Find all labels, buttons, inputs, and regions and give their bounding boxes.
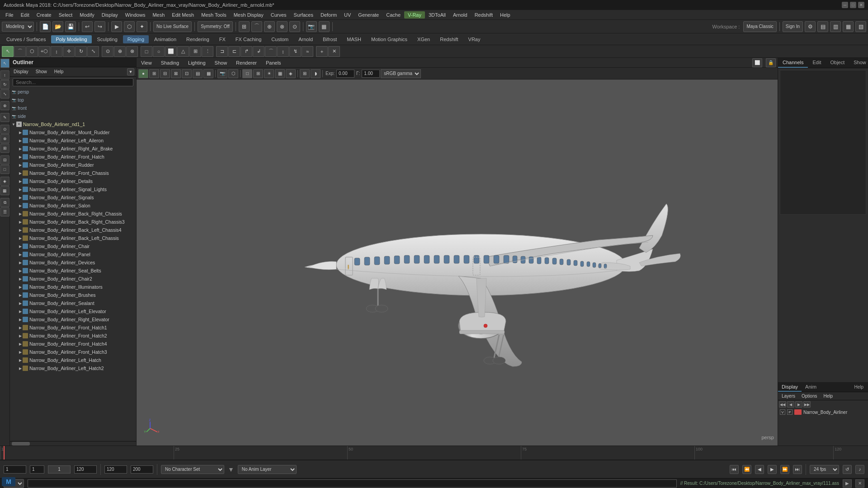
select-btn[interactable]: ▶ — [111, 21, 122, 32]
vp-grid-toggle[interactable]: ⊞ — [300, 69, 310, 78]
twist-tool[interactable]: ↯ — [289, 46, 301, 57]
outliner-item-illuminators[interactable]: ▶ Narrow_Body_Airliner_Illuminators — [10, 283, 136, 291]
layer-item-main[interactable]: V P Narrow_Body_Airliner — [778, 408, 868, 416]
render-left-tool[interactable]: ▦ — [0, 186, 9, 195]
tab-show[interactable]: Show — [849, 58, 868, 68]
squash-tool[interactable]: ↕ — [277, 46, 289, 57]
transform-tool[interactable]: ↕ — [51, 46, 62, 57]
rotate-left-tool[interactable]: ↻ — [0, 80, 9, 89]
layers-menu-options[interactable]: Options — [800, 393, 819, 399]
split-tool[interactable]: + — [316, 46, 328, 57]
outliner-hscrollbar[interactable] — [10, 441, 136, 446]
menu-edit[interactable]: Edit — [17, 11, 33, 19]
playhead[interactable] — [4, 446, 5, 460]
sphere-mode-tool[interactable]: ○ — [153, 46, 165, 57]
paint-select-tool[interactable]: ⬡ — [26, 46, 38, 57]
fps-dropdown[interactable]: 24 fps — [810, 465, 839, 474]
menu-select[interactable]: Select — [55, 11, 76, 19]
viewport-expand-btn[interactable]: ⬜ — [752, 58, 762, 67]
extra-left-tool[interactable]: ☰ — [0, 207, 9, 216]
layers-prev-btn[interactable]: ◀◀ — [779, 401, 786, 408]
outliner-item-chair[interactable]: ▶ Narrow_Body_Airliner_Chair — [10, 242, 136, 250]
outliner-item-front[interactable]: 📷 front — [10, 104, 136, 112]
viewport-menu-show[interactable]: Show — [212, 59, 230, 66]
frame-range-max-input[interactable] — [131, 465, 153, 474]
layout-icons4-btn[interactable]: ▧ — [855, 21, 866, 32]
new-scene-btn[interactable]: 📄 — [40, 21, 51, 32]
timeline[interactable]: 1 25 50 75 100 120 — [0, 446, 868, 460]
tab-arnold[interactable]: Arnold — [294, 35, 317, 43]
vp-texture-btn[interactable]: ▦ — [275, 69, 285, 78]
snap-together-tool[interactable]: ⊐ — [216, 46, 228, 57]
tab-motion-graphics[interactable]: Motion Graphics — [367, 35, 412, 43]
settings-icon-btn[interactable]: ⚙ — [805, 21, 816, 32]
menu-surfaces[interactable]: Surfaces — [290, 11, 317, 19]
menu-generate[interactable]: Generate — [354, 11, 382, 19]
vp-ortho-btn[interactable]: ⬡ — [228, 69, 238, 78]
tab-sculpting[interactable]: Sculpting — [93, 35, 122, 43]
lasso-btn[interactable]: ⬡ — [124, 21, 135, 32]
menu-create[interactable]: Create — [33, 11, 55, 19]
vp-4up-btn[interactable]: ▦ — [203, 69, 213, 78]
prism-mode-tool[interactable]: △ — [177, 46, 189, 57]
prev-keyframe-btn[interactable]: ⏪ — [742, 465, 751, 474]
menu-modify[interactable]: Modify — [76, 11, 98, 19]
script-input[interactable] — [28, 479, 677, 488]
frame-marker-bar[interactable]: 1 — [48, 465, 71, 474]
layout-icons-btn[interactable]: ▤ — [817, 21, 828, 32]
tab-anim-layers[interactable]: Anim — [802, 383, 820, 392]
outliner-item-details[interactable]: ▶ Narrow_Body_Airliner_Details — [10, 177, 136, 185]
play-back-btn[interactable]: ◀ — [755, 465, 764, 474]
no-live-surface-btn[interactable]: No Live Surface — [153, 21, 192, 32]
tab-rendering[interactable]: Rendering — [182, 35, 214, 43]
merge-tool[interactable]: ✕ — [328, 46, 340, 57]
outliner-item-signals[interactable]: ▶ Narrow_Body_Airliner_Signals — [10, 193, 136, 202]
outliner-filter-btn[interactable]: ▼ — [127, 68, 134, 75]
move-left-tool[interactable]: ↕ — [0, 70, 9, 80]
vp-wire-btn[interactable]: ⊞ — [253, 69, 263, 78]
viewport-menu-panels[interactable]: Panels — [263, 59, 284, 66]
box-mode-tool[interactable]: □ — [141, 46, 152, 57]
layout-icons2-btn[interactable]: ▥ — [830, 21, 841, 32]
exposure-input[interactable] — [336, 70, 354, 78]
vp-side-btn[interactable]: ⊡ — [182, 69, 192, 78]
script-run-btn[interactable]: ▶ — [843, 479, 852, 488]
viewport-lock-btn[interactable]: 🔒 — [766, 58, 776, 67]
menu-vray[interactable]: V-Ray — [404, 11, 425, 19]
sculpt-tool[interactable]: ⊕ — [114, 46, 126, 57]
outliner-display-menu[interactable]: Display — [12, 68, 30, 75]
outliner-item-group-main[interactable]: ▼ ✦ Narrow_Body_Airliner_nd1_1 — [10, 120, 136, 128]
tab-object[interactable]: Object — [826, 58, 849, 68]
snap-point-tool2[interactable]: ⊏ — [228, 46, 240, 57]
rotate-tool[interactable]: ↻ — [75, 46, 87, 57]
save-btn[interactable]: 💾 — [65, 21, 76, 32]
menu-curves[interactable]: Curves — [267, 11, 290, 19]
menu-mesh-tools[interactable]: Mesh Tools — [198, 11, 230, 19]
sine-tool[interactable]: ⌒ — [265, 46, 277, 57]
tab-fx-caching[interactable]: FX Caching — [231, 35, 266, 43]
tab-redshift[interactable]: Redshift — [435, 35, 462, 43]
camera-btn[interactable]: 📷 — [306, 21, 317, 32]
outliner-item-sealant[interactable]: ▶ Narrow_Body_Airliner_Sealant — [10, 299, 136, 307]
tab-edit[interactable]: Edit — [808, 58, 826, 68]
outliner-item-front-chassis[interactable]: ▶ Narrow_Body_Airliner_Front_Chassis — [10, 169, 136, 177]
menu-mesh[interactable]: Mesh — [149, 11, 168, 19]
char-set-arrow[interactable]: ▼ — [228, 466, 234, 473]
layers-next-single[interactable]: ▶ — [795, 401, 802, 408]
snap-grid-btn[interactable]: ⊞ — [239, 21, 250, 32]
maximize-button[interactable]: □ — [850, 2, 856, 8]
vp-ao-btn[interactable]: ◈ — [286, 69, 296, 78]
soft-select-tool[interactable]: ⊙ — [102, 46, 113, 57]
outliner-item-back-right-chassis3[interactable]: ▶ Narrow_Body_Airliner_Back_Right_Chassi… — [10, 218, 136, 226]
jump-end-btn[interactable]: ⏭ — [793, 465, 802, 474]
layers-next-btn[interactable]: ▶▶ — [803, 401, 811, 408]
display-left-tool[interactable]: ◈ — [0, 177, 9, 186]
tools-left-tool[interactable]: ⧉ — [0, 198, 9, 207]
viewport-menu-renderer[interactable]: Renderer — [233, 59, 259, 66]
snap-curve-btn[interactable]: ⌒ — [251, 21, 262, 32]
audio-btn[interactable]: ♪ — [855, 465, 864, 474]
gamma-input[interactable] — [362, 70, 380, 78]
vp-rendercam-btn[interactable]: 📷 — [217, 69, 227, 78]
universal-left-tool[interactable]: ⊕ — [0, 101, 9, 110]
outliner-item-brushes[interactable]: ▶ Narrow_Body_Airliner_Brushes — [10, 291, 136, 299]
